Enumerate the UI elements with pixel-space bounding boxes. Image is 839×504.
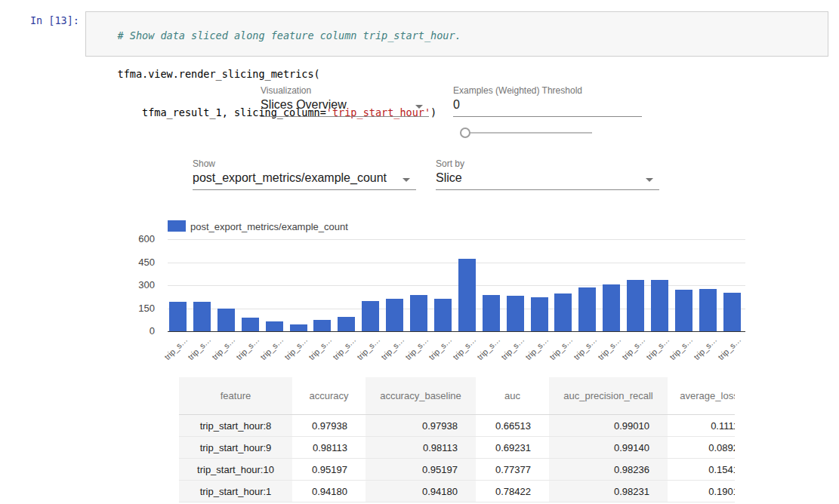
visualization-dropdown[interactable]: Slices Overview — [261, 98, 429, 117]
y-tick-label: 0 — [119, 325, 155, 337]
visualization-label: Visualization — [261, 85, 311, 96]
bar[interactable] — [483, 295, 500, 331]
metric-cell: 0.94180 — [292, 481, 366, 502]
sort-by-dropdown[interactable]: Slice — [436, 171, 659, 190]
tfma-slicing-metrics-view: In [13]: # Show data sliced along featur… — [0, 0, 839, 504]
bar[interactable] — [723, 293, 741, 331]
show-label: Show — [193, 158, 215, 169]
sort-by-value: Slice — [436, 171, 462, 184]
code-line3-post: ) — [430, 106, 436, 118]
bar[interactable] — [169, 302, 187, 331]
table-header-row: featureaccuracyaccuracy_baselineaucauc_p… — [179, 377, 735, 415]
chevron-down-icon — [403, 178, 410, 182]
gridline — [168, 263, 745, 263]
x-axis-line — [168, 331, 745, 332]
code-line2: tfma.view.render_slicing_metrics( — [118, 68, 320, 80]
bar[interactable] — [578, 287, 596, 331]
bar[interactable] — [266, 321, 283, 331]
cell-prompt: In [13]: — [0, 14, 79, 26]
column-header-auc[interactable]: auc — [476, 377, 549, 414]
bar[interactable] — [699, 289, 717, 331]
metric-cell: 0.94180 — [366, 481, 476, 502]
metrics-table: featureaccuracyaccuracy_baselineaucauc_p… — [179, 377, 735, 504]
column-header-feature[interactable]: feature — [179, 377, 292, 414]
gridline — [168, 239, 745, 240]
bar[interactable] — [290, 324, 307, 331]
show-value: post_export_metrics/example_count — [193, 171, 387, 184]
bar[interactable] — [603, 284, 620, 331]
bar[interactable] — [434, 299, 452, 331]
y-tick-label: 300 — [119, 279, 155, 290]
y-tick-label: 450 — [119, 257, 155, 268]
bar[interactable] — [313, 320, 331, 331]
table-body: trip_start_hour:80.979380.979380.665130.… — [179, 415, 735, 502]
chevron-down-icon — [646, 178, 653, 182]
threshold-slider-track[interactable] — [466, 132, 592, 134]
metric-cell: 0.1111 — [668, 415, 735, 436]
bar[interactable] — [242, 318, 259, 331]
metric-cell: 0.0892 — [668, 437, 735, 458]
bar[interactable] — [410, 295, 427, 331]
feature-cell: trip_start_hour:9 — [179, 437, 292, 458]
code-comment: # Show data sliced along feature column … — [118, 29, 461, 41]
metric-cell: 0.1541 — [668, 459, 735, 480]
metric-cell: 0.99010 — [549, 415, 668, 436]
bar[interactable] — [458, 259, 476, 331]
bar[interactable] — [627, 280, 644, 331]
table-row: trip_start_hour:90.981130.981130.692310.… — [179, 437, 735, 459]
table-row: trip_start_hour:10.941800.941800.784220.… — [179, 481, 735, 502]
metric-cell: 0.97938 — [292, 415, 366, 436]
legend-label: post_export_metrics/example_count — [190, 221, 348, 232]
bar[interactable] — [651, 280, 668, 331]
metric-cell: 0.69231 — [476, 437, 549, 458]
bar[interactable] — [217, 309, 235, 332]
y-tick-label: 150 — [119, 303, 155, 314]
y-tick-label: 600 — [119, 233, 155, 244]
metric-cell: 0.78422 — [476, 481, 549, 502]
threshold-value: 0 — [453, 98, 460, 111]
column-header-auc_precision_recall[interactable]: auc_precision_recall — [549, 377, 668, 414]
feature-cell: trip_start_hour:1 — [179, 481, 292, 502]
metric-cell: 0.95197 — [292, 459, 366, 480]
bar[interactable] — [675, 290, 692, 331]
code-editor[interactable]: # Show data sliced along feature column … — [85, 11, 828, 57]
metric-cell: 0.98113 — [366, 437, 476, 458]
feature-cell: trip_start_hour:8 — [179, 415, 292, 436]
metric-cell: 0.98113 — [292, 437, 366, 458]
show-dropdown[interactable]: post_export_metrics/example_count — [193, 171, 416, 190]
feature-cell: trip_start_hour:10 — [179, 459, 292, 480]
bar[interactable] — [193, 302, 211, 331]
bar[interactable] — [386, 299, 403, 331]
metric-cell: 0.1901 — [668, 481, 735, 502]
bar[interactable] — [362, 301, 379, 331]
bar[interactable] — [554, 293, 572, 331]
metric-cell: 0.99140 — [549, 437, 668, 458]
bar[interactable] — [507, 296, 524, 331]
metric-cell: 0.98231 — [549, 481, 668, 502]
table-row: trip_start_hour:80.979380.979380.665130.… — [179, 415, 735, 437]
metric-cell: 0.66513 — [476, 415, 549, 436]
bar[interactable] — [338, 317, 355, 331]
metric-cell: 0.97938 — [366, 415, 476, 436]
sort-by-label: Sort by — [436, 158, 464, 169]
chevron-down-icon — [415, 105, 423, 109]
column-header-accuracy_baseline[interactable]: accuracy_baseline — [366, 377, 476, 414]
visualization-value: Slices Overview — [261, 98, 347, 111]
table-row: trip_start_hour:100.951970.951970.773770… — [179, 459, 735, 481]
threshold-slider-handle[interactable] — [460, 128, 470, 138]
column-header-average_loss[interactable]: average_loss — [668, 377, 735, 414]
metric-cell: 0.77377 — [476, 459, 549, 480]
bar[interactable] — [531, 297, 548, 331]
column-header-accuracy[interactable]: accuracy — [292, 377, 366, 414]
legend-swatch — [168, 220, 186, 232]
threshold-input[interactable]: 0 — [453, 98, 642, 117]
metric-cell: 0.98236 — [549, 459, 668, 480]
threshold-label: Examples (Weighted) Threshold — [453, 85, 582, 96]
metric-cell: 0.95197 — [366, 459, 476, 480]
